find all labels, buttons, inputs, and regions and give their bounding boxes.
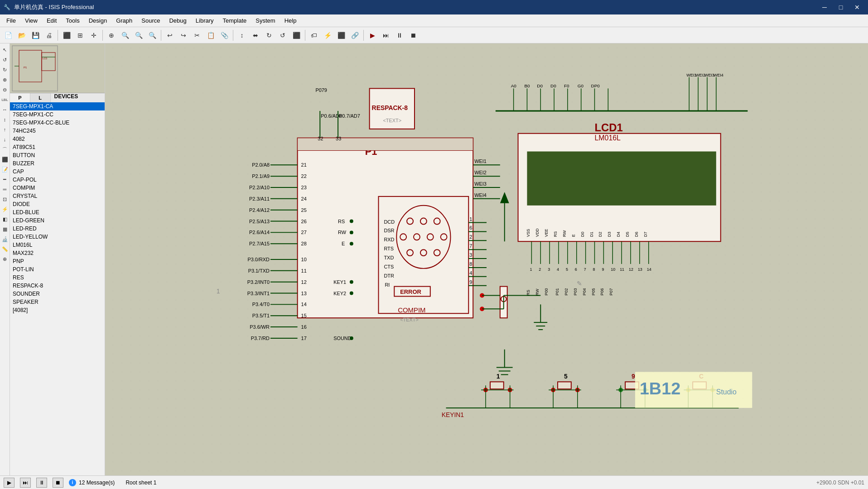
zoom-in-tool[interactable]: ⊕ <box>0 75 10 84</box>
wire-button[interactable]: ⚡ <box>321 29 334 42</box>
menu-system[interactable]: System <box>251 15 280 26</box>
step-button[interactable]: ⏭ <box>20 478 31 488</box>
menu-design[interactable]: Design <box>84 15 111 26</box>
up-tool[interactable]: ↑ <box>0 125 10 134</box>
pause2-button[interactable]: ⏸ <box>393 29 406 42</box>
cross-button[interactable]: ✛ <box>87 29 100 42</box>
label-tool[interactable]: LBL <box>0 95 10 104</box>
block-button[interactable]: ⬛ <box>60 29 73 42</box>
flip-v-button[interactable]: ↕ <box>236 29 248 42</box>
menu-view[interactable]: View <box>20 15 42 26</box>
menu-file[interactable]: File <box>2 15 20 26</box>
device-item[interactable]: POT-LIN <box>10 265 105 273</box>
sidebar-tab-p[interactable]: P <box>10 93 30 102</box>
power-tool[interactable]: ⚡ <box>0 205 10 214</box>
menu-debug[interactable]: Debug <box>164 15 191 26</box>
cut-button[interactable]: ✂ <box>191 29 203 42</box>
device-item[interactable]: RES <box>10 273 105 282</box>
bus-tool[interactable]: ═ <box>0 185 10 194</box>
net-button[interactable]: 🔗 <box>348 29 361 42</box>
device-item[interactable]: RESPACK-8 <box>10 282 105 290</box>
grid-button[interactable]: ⊞ <box>74 29 87 42</box>
rotate-cw-button[interactable]: ↻ <box>263 29 275 42</box>
rotate-ccw-button[interactable]: ↺ <box>276 29 289 42</box>
device-item[interactable]: 7SEG-MPX1-CA <box>10 102 105 110</box>
device-item[interactable]: LED-GREEN <box>10 216 105 225</box>
hierar-tool[interactable]: ▦ <box>0 225 10 234</box>
device-item[interactable]: CAP <box>10 168 105 176</box>
menu-tools[interactable]: Tools <box>61 15 84 26</box>
select-button[interactable]: ⬛ <box>290 29 303 42</box>
paste-button[interactable]: 📎 <box>218 29 231 42</box>
arc-tool[interactable]: ⌒ <box>0 145 10 154</box>
device-item[interactable]: COMPIM <box>10 184 105 192</box>
device-item[interactable]: AT89C51 <box>10 143 105 151</box>
component-tool[interactable]: ⬛ <box>0 155 10 164</box>
save-button[interactable]: 💾 <box>29 29 42 42</box>
flip-h-button[interactable]: ⬌ <box>249 29 262 42</box>
copy-button[interactable]: 📋 <box>204 29 217 42</box>
device-item[interactable]: DIODE <box>10 200 105 208</box>
close-button[interactable]: ✕ <box>850 3 864 12</box>
device-item[interactable]: LED-YELLOW <box>10 233 105 241</box>
device-item[interactable]: SOUNDER <box>10 290 105 298</box>
hflip-tool[interactable]: ↔ <box>0 105 10 114</box>
device-item[interactable]: 7SEG-MPX1-CC <box>10 110 105 119</box>
zoom-out-button[interactable]: 🔍 <box>132 29 145 42</box>
sidebar-tab-l[interactable]: L <box>30 93 51 102</box>
undo-button[interactable]: ↩ <box>164 29 176 42</box>
rotate-cw-tool[interactable]: ↻ <box>0 65 10 74</box>
step-button[interactable]: ⏭ <box>380 29 392 42</box>
stop2-button[interactable]: ⏹ <box>407 29 420 42</box>
zoom-fit-button[interactable]: 🔍 <box>146 29 159 42</box>
device-item[interactable]: [4082] <box>10 306 105 314</box>
device-item[interactable]: MAX232 <box>10 249 105 257</box>
device-item[interactable]: CRYSTAL <box>10 192 105 200</box>
port-tool[interactable]: ◧ <box>0 215 10 224</box>
canvas-area[interactable]: P1 P2.0/A8 21 P2.1/A9 22 P2.2/A10 23 P2.… <box>105 43 868 475</box>
device-item[interactable]: CAP-POL <box>10 176 105 184</box>
bus-button[interactable]: ⬛ <box>335 29 347 42</box>
device-item[interactable]: 7SEG-MPX4-CC-BLUE <box>10 119 105 127</box>
device-item[interactable]: LED-RED <box>10 225 105 233</box>
play-button[interactable]: ▶ <box>4 478 14 488</box>
sidebar-tabs: P L DEVICES <box>10 93 105 102</box>
rotate-tool[interactable]: ↺ <box>0 55 10 64</box>
device-item[interactable]: 74HC245 <box>10 127 105 135</box>
measure-tool[interactable]: 📏 <box>0 244 10 254</box>
menu-edit[interactable]: Edit <box>42 15 61 26</box>
net-tool[interactable]: ⊡ <box>0 195 10 204</box>
device-item[interactable]: BUZZER <box>10 159 105 168</box>
run-button[interactable]: ▶ <box>366 29 379 42</box>
device-item[interactable]: SPEAKER <box>10 298 105 306</box>
select-tool[interactable]: ↖ <box>0 45 10 54</box>
menu-template[interactable]: Template <box>218 15 251 26</box>
print-button[interactable]: 🖨 <box>43 29 55 42</box>
maximize-button[interactable]: □ <box>834 3 848 12</box>
wire-tool[interactable]: ━ <box>0 175 10 184</box>
pause-button[interactable]: ⏸ <box>36 478 47 488</box>
device-item[interactable]: 4082 <box>10 135 105 143</box>
zoom-in-button[interactable]: ⊕ <box>105 29 118 42</box>
add-tool[interactable]: ⊕ <box>0 254 10 264</box>
open-button[interactable]: 📂 <box>15 29 28 42</box>
down-tool[interactable]: ↓ <box>0 135 10 144</box>
device-item[interactable]: BUTTON <box>10 151 105 159</box>
text-tool[interactable]: 📝 <box>0 165 10 174</box>
tag-button[interactable]: 🏷 <box>308 29 320 42</box>
menu-help[interactable]: Help <box>280 15 301 26</box>
probe-tool[interactable]: 🔬 <box>0 235 10 244</box>
device-item[interactable]: PNP <box>10 257 105 265</box>
device-item[interactable]: LM016L <box>10 241 105 249</box>
menu-graph[interactable]: Graph <box>111 15 137 26</box>
minimize-button[interactable]: ─ <box>817 3 832 12</box>
zoom-out-tool[interactable]: ⊖ <box>0 85 10 94</box>
menu-source[interactable]: Source <box>137 15 164 26</box>
device-item[interactable]: LED-BLUE <box>10 208 105 216</box>
vflip-tool[interactable]: ↕ <box>0 115 10 124</box>
zoom-area-button[interactable]: 🔍 <box>119 29 131 42</box>
stop-button[interactable]: ⏹ <box>53 478 63 488</box>
redo-button[interactable]: ↪ <box>177 29 190 42</box>
menu-library[interactable]: Library <box>191 15 218 26</box>
new-button[interactable]: 📄 <box>2 29 14 42</box>
